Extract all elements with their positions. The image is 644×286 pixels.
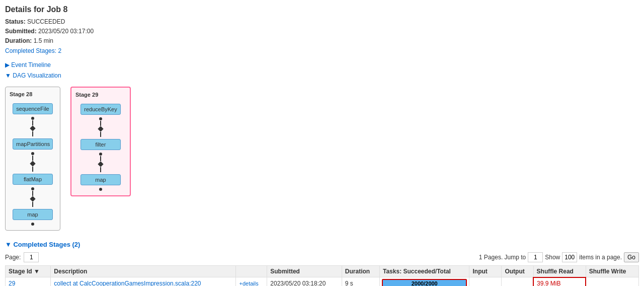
stage29-node-map: map [80, 174, 121, 185]
connector-diamond [98, 161, 103, 167]
connector-line [32, 120, 33, 125]
page-title: Details for Job 8 [5, 5, 639, 14]
col-input[interactable]: Input [469, 265, 502, 277]
dag-visualization-panel: Stage 28 sequenceFile mapPartitions flat… [5, 87, 639, 231]
col-output[interactable]: Output [502, 265, 533, 277]
col-shuffle-read[interactable]: Shuffle Read [533, 265, 586, 277]
stage28-box: Stage 28 sequenceFile mapPartitions flat… [5, 87, 60, 231]
submitted-label: Submitted: [5, 28, 37, 35]
description-link[interactable]: collect at CalcCooperationGamesImpressio… [54, 280, 201, 286]
stage29-node-reducebykey: reduceByKey [80, 104, 121, 115]
show-input-top[interactable] [562, 252, 577, 262]
connector-line [32, 131, 33, 136]
go-button-top[interactable]: Go [624, 252, 639, 262]
items-label-top: items in a page. [579, 254, 622, 261]
tasks-progress-bar: 2000/2000 [382, 279, 467, 286]
shuffle-write-cell [586, 277, 638, 286]
connector-diamond [98, 126, 103, 131]
duration-label: Duration: [5, 37, 32, 44]
connector-diamond [30, 125, 35, 131]
jump-input-top[interactable] [528, 252, 543, 262]
col-tasks[interactable]: Tasks: Succeeded/Total [380, 265, 469, 277]
tasks-cell: 2000/2000 [380, 277, 469, 286]
connector-diamond [30, 161, 35, 166]
connector-dot [31, 187, 34, 190]
stage29-box: Stage 29 reduceByKey filter map [70, 87, 131, 196]
stage29-label: Stage 29 [75, 92, 126, 98]
connector-line [32, 191, 33, 196]
connector-dot [99, 153, 102, 156]
details-link[interactable]: +details [239, 280, 258, 286]
dag-visualization-label: ▼ DAG Visualization [5, 72, 61, 79]
table-row: 29collect at CalcCooperationGamesImpress… [6, 277, 639, 286]
connector-dot [31, 223, 34, 226]
pagination-top: Page: 1 Pages. Jump to Show items in a p… [5, 252, 639, 262]
stage28-node-mappartitions: mapPartitions [13, 138, 53, 150]
table-header-row: Stage Id ▼ Description Submitted Duratio… [6, 265, 639, 277]
event-timeline-label: ▶ Event Timeline [5, 61, 51, 68]
connector-line [100, 167, 101, 172]
shuffle-read-cell: 39.9 MiB [533, 277, 586, 286]
stages-table: Stage Id ▼ Description Submitted Duratio… [5, 265, 639, 286]
input-cell [469, 277, 502, 286]
connector-line [100, 156, 101, 161]
stage28-node-flatmap: flatMap [13, 174, 53, 185]
col-stage-id[interactable]: Stage Id ▼ [6, 265, 51, 277]
page-input-top[interactable] [24, 252, 39, 262]
completed-stages-section: ▼ Completed Stages (2) Page: 1 Pages. Ju… [5, 241, 639, 286]
stage29-node-filter: filter [80, 139, 121, 150]
stage28-node-map: map [13, 209, 53, 220]
page-label-top: Page: [5, 254, 21, 261]
dag-visualization-link[interactable]: ▼ DAG Visualization [5, 70, 639, 82]
col-details [236, 265, 267, 277]
duration-cell: 9 s [342, 277, 379, 286]
stage-id-link[interactable]: 29 [9, 280, 15, 286]
connector-line [100, 132, 101, 137]
status-value: SUCCEEDED [27, 18, 65, 25]
col-submitted[interactable]: Submitted [267, 265, 342, 277]
completed-stages-link[interactable]: Completed Stages: 2 [5, 47, 61, 54]
col-duration[interactable]: Duration [342, 265, 379, 277]
col-shuffle-write[interactable]: Shuffle Write [586, 265, 638, 277]
connector-dot [31, 152, 34, 155]
output-cell [502, 277, 533, 286]
completed-stages-header[interactable]: ▼ Completed Stages (2) [5, 241, 639, 248]
submitted-value: 2023/05/20 03:17:00 [38, 28, 94, 35]
col-description[interactable]: Description [51, 265, 236, 277]
connector-dot [99, 188, 102, 191]
connector-line [32, 202, 33, 207]
connector-diamond [30, 196, 35, 201]
connector-line [100, 121, 101, 126]
connector-dot [99, 117, 102, 120]
duration-value: 1.5 min [34, 37, 53, 44]
connector-line [32, 167, 33, 172]
stage28-label: Stage 28 [10, 91, 56, 97]
stage28-node-sequencefile: sequenceFile [13, 103, 53, 114]
submitted-cell: 2023/05/20 03:18:20 [267, 277, 342, 286]
pages-info-top: 1 Pages. Jump to [479, 254, 526, 261]
event-timeline-link[interactable]: ▶ Event Timeline [5, 60, 639, 71]
status-label: Status: [5, 18, 26, 25]
connector-line [32, 156, 33, 161]
show-label-top: Show [545, 254, 560, 261]
connector-dot [31, 117, 34, 120]
